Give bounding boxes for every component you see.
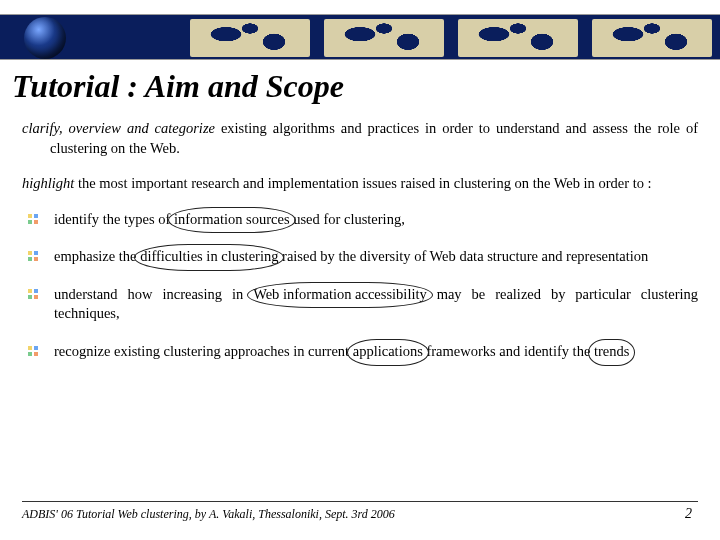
circled-term-information-sources: information sources — [174, 210, 290, 230]
lead-word: highlight — [22, 175, 74, 191]
bullet-text: raised by the diversity of Web data stru… — [278, 248, 648, 264]
bullet-text: used for clustering, — [290, 211, 405, 227]
circled-term-accessibility: Web information accessibility — [253, 285, 427, 305]
paragraph-text: the most important research and implemen… — [74, 175, 651, 191]
list-item: recognize existing clustering approaches… — [50, 342, 698, 362]
bullet-text: frameworks and identify the — [423, 343, 594, 359]
world-map-strip — [190, 19, 720, 57]
circled-term-applications: applications — [353, 342, 423, 362]
slide-title: Tutorial : Aim and Scope — [12, 68, 720, 105]
paragraph-highlight: highlight the most important research an… — [22, 174, 698, 194]
header-banner — [0, 14, 720, 60]
map-tile — [592, 19, 712, 57]
list-item: emphasize the difficulties in clustering… — [50, 247, 698, 267]
slide-footer: ADBIS' 06 Tutorial Web clustering, by A.… — [22, 501, 698, 522]
list-item: understand how increasing in Web informa… — [50, 285, 698, 324]
lead-word: clarify, overview and categorize — [22, 120, 215, 136]
list-item: identify the types of information source… — [50, 210, 698, 230]
footer-source: ADBIS' 06 Tutorial Web clustering, by A.… — [22, 507, 395, 522]
bullet-list: identify the types of information source… — [22, 210, 698, 362]
map-tile — [324, 19, 444, 57]
bullet-text: emphasize the — [54, 248, 140, 264]
page-number: 2 — [685, 506, 698, 522]
slide-body: clarify, overview and categorize existin… — [0, 119, 720, 362]
paragraph-clarify: clarify, overview and categorize existin… — [22, 119, 698, 158]
circled-term-trends: trends — [594, 342, 629, 362]
circled-term-difficulties: difficulties in clustering — [140, 247, 278, 267]
globe-icon — [24, 17, 66, 59]
map-tile — [190, 19, 310, 57]
map-tile — [458, 19, 578, 57]
bullet-text: recognize existing clustering approaches… — [54, 343, 353, 359]
bullet-text: understand how increasing in — [54, 286, 253, 302]
bullet-text: identify the types of — [54, 211, 174, 227]
